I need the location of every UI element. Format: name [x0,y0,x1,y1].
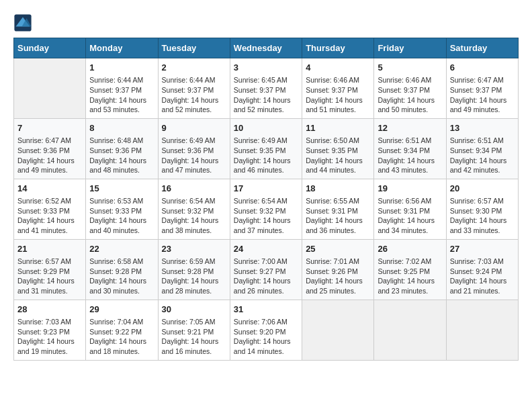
sunset: Sunset: 9:31 PM [306,207,358,215]
day-number: 14 [17,183,82,195]
day-number: 24 [234,243,298,255]
daylight-label: Daylight: 14 hours and 43 minutes. [378,156,435,175]
sunset: Sunset: 9:36 PM [17,146,70,154]
day-number: 25 [306,243,370,255]
day-number: 31 [234,304,298,316]
daylight-label: Daylight: 14 hours and 48 minutes. [89,156,146,175]
day-number: 20 [450,183,515,195]
calendar-cell [374,300,446,360]
daylight-label: Daylight: 14 hours and 33 minutes. [450,216,507,234]
daylight-label: Daylight: 14 hours and 47 minutes. [162,156,219,175]
calendar-cell: 27Sunrise: 7:03 AMSunset: 9:24 PMDayligh… [446,239,518,300]
daylight-label: Daylight: 14 hours and 21 minutes. [450,277,507,295]
day-number: 9 [162,122,226,134]
calendar-cell: 24Sunrise: 7:00 AMSunset: 9:27 PMDayligh… [230,239,302,300]
sunrise: Sunrise: 6:44 AM [89,76,143,84]
daylight-label: Daylight: 14 hours and 14 minutes. [234,337,291,355]
day-number: 10 [234,122,298,134]
day-number: 3 [234,62,298,74]
calendar-cell: 12Sunrise: 6:51 AMSunset: 9:34 PMDayligh… [374,118,446,179]
sunset: Sunset: 9:20 PM [234,328,286,336]
sunrise: Sunrise: 6:47 AM [450,76,504,84]
daylight-label: Daylight: 14 hours and 36 minutes. [306,216,363,234]
day-number: 23 [162,243,226,255]
daylight-label: Daylight: 14 hours and 19 minutes. [17,337,75,355]
sunset: Sunset: 9:34 PM [450,146,502,154]
sunset: Sunset: 9:37 PM [378,86,430,94]
day-number: 11 [306,122,370,134]
sunset: Sunset: 9:22 PM [89,328,142,336]
sunrise: Sunrise: 6:53 AM [89,197,143,205]
calendar-cell: 11Sunrise: 6:50 AMSunset: 9:35 PMDayligh… [302,118,374,179]
day-number: 18 [306,183,370,195]
day-number: 16 [162,183,226,195]
calendar-cell [302,300,374,360]
sunrise: Sunrise: 6:49 AM [234,136,287,144]
sunrise: Sunrise: 6:51 AM [378,136,431,144]
day-header-wednesday: Wednesday [230,38,302,58]
calendar-cell: 21Sunrise: 6:57 AMSunset: 9:29 PMDayligh… [14,239,86,300]
sunset: Sunset: 9:23 PM [17,328,70,336]
day-header-saturday: Saturday [446,38,518,58]
daylight-label: Daylight: 14 hours and 41 minutes. [17,216,75,234]
calendar-cell: 29Sunrise: 7:04 AMSunset: 9:22 PMDayligh… [86,300,158,360]
day-number: 8 [89,122,154,134]
daylight-label: Daylight: 14 hours and 49 minutes. [17,156,75,175]
calendar-cell: 1Sunrise: 6:44 AMSunset: 9:37 PMDaylight… [86,58,158,119]
calendar-cell: 31Sunrise: 7:06 AMSunset: 9:20 PMDayligh… [230,300,302,360]
sunrise: Sunrise: 6:50 AM [306,136,359,144]
sunrise: Sunrise: 6:51 AM [450,136,504,144]
sunrise: Sunrise: 6:46 AM [378,76,431,84]
calendar-cell: 8Sunrise: 6:48 AMSunset: 9:36 PMDaylight… [86,118,158,179]
calendar-cell: 5Sunrise: 6:46 AMSunset: 9:37 PMDaylight… [374,58,446,119]
calendar-cell: 10Sunrise: 6:49 AMSunset: 9:35 PMDayligh… [230,118,302,179]
sunset: Sunset: 9:30 PM [450,207,502,215]
daylight-label: Daylight: 14 hours and 51 minutes. [306,96,363,114]
calendar-cell: 14Sunrise: 6:52 AMSunset: 9:33 PMDayligh… [14,179,86,239]
calendar-cell: 28Sunrise: 7:03 AMSunset: 9:23 PMDayligh… [14,300,86,360]
sunrise: Sunrise: 7:06 AM [234,318,287,326]
sunrise: Sunrise: 6:59 AM [162,257,216,265]
sunrise: Sunrise: 6:54 AM [234,197,287,205]
daylight-label: Daylight: 14 hours and 25 minutes. [306,277,363,295]
sunset: Sunset: 9:37 PM [306,86,358,94]
sunrise: Sunrise: 7:01 AM [306,257,359,265]
day-number: 12 [378,122,442,134]
day-number: 6 [450,62,515,74]
sunrise: Sunrise: 7:02 AM [378,257,431,265]
day-number: 1 [89,62,154,74]
day-number: 4 [306,62,370,74]
week-row-1: 1Sunrise: 6:44 AMSunset: 9:37 PMDaylight… [14,58,519,119]
day-number: 28 [17,304,82,316]
sunrise: Sunrise: 6:56 AM [378,197,431,205]
daylight-label: Daylight: 14 hours and 26 minutes. [234,277,291,295]
daylight-label: Daylight: 14 hours and 28 minutes. [162,277,219,295]
daylight-label: Daylight: 14 hours and 37 minutes. [234,216,291,234]
daylight-label: Daylight: 14 hours and 53 minutes. [89,96,146,114]
week-row-2: 7Sunrise: 6:47 AMSunset: 9:36 PMDaylight… [14,118,519,179]
sunset: Sunset: 9:25 PM [378,267,430,275]
sunrise: Sunrise: 6:57 AM [17,257,71,265]
day-header-sunday: Sunday [14,38,86,58]
sunrise: Sunrise: 6:57 AM [450,197,504,205]
logo [13,13,35,32]
sunset: Sunset: 9:35 PM [306,146,358,154]
day-number: 30 [162,304,226,316]
calendar-cell: 13Sunrise: 6:51 AMSunset: 9:34 PMDayligh… [446,118,518,179]
daylight-label: Daylight: 14 hours and 31 minutes. [17,277,75,295]
sunset: Sunset: 9:26 PM [306,267,358,275]
calendar-cell [446,300,518,360]
logo-icon [13,13,32,32]
calendar-cell: 25Sunrise: 7:01 AMSunset: 9:26 PMDayligh… [302,239,374,300]
day-header-thursday: Thursday [302,38,374,58]
calendar-cell: 2Sunrise: 6:44 AMSunset: 9:37 PMDaylight… [158,58,230,119]
sunset: Sunset: 9:21 PM [162,328,214,336]
week-row-4: 21Sunrise: 6:57 AMSunset: 9:29 PMDayligh… [14,239,519,300]
day-number: 21 [17,243,82,255]
sunrise: Sunrise: 6:44 AM [162,76,216,84]
day-header-friday: Friday [374,38,446,58]
sunrise: Sunrise: 7:03 AM [17,318,71,326]
calendar-cell: 18Sunrise: 6:55 AMSunset: 9:31 PMDayligh… [302,179,374,239]
calendar-cell: 23Sunrise: 6:59 AMSunset: 9:28 PMDayligh… [158,239,230,300]
sunset: Sunset: 9:32 PM [162,207,214,215]
